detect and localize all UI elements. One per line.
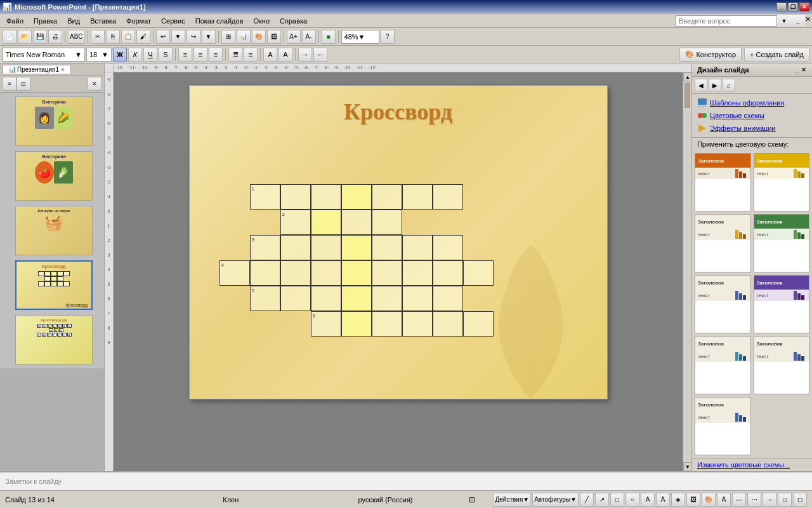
color-button[interactable]: ■	[322, 30, 336, 44]
shadow-style[interactable]: □	[778, 493, 792, 507]
align-right-button[interactable]: ≡	[209, 48, 223, 62]
panel-view-outline[interactable]: ≡	[3, 77, 16, 91]
size-dropdown-icon[interactable]: ▼	[102, 51, 108, 58]
bold-button[interactable]: Ж	[113, 48, 127, 62]
design-header-controls[interactable]: _ ✕	[795, 66, 807, 74]
numbering-button[interactable]: ≡	[244, 48, 258, 62]
format-painter[interactable]: 🖌	[136, 30, 150, 44]
minimize-button[interactable]: _	[776, 3, 787, 11]
zoom-box[interactable]: 48% ▼	[341, 30, 379, 44]
scheme-card-5[interactable]: Заголовок текст	[695, 275, 751, 333]
scroll-thumb[interactable]	[684, 83, 690, 108]
align-left-button[interactable]: ≡	[178, 48, 192, 62]
insert-clipart[interactable]: 🖼	[686, 493, 700, 507]
undo-dropdown[interactable]: ▼	[171, 30, 185, 44]
minimize-panel-button[interactable]: _	[791, 15, 805, 27]
bullets-button[interactable]: ≣	[228, 48, 242, 62]
search-go-button[interactable]: ▼	[777, 15, 791, 27]
presentation-tab[interactable]: 📊 Презентация1 ✕	[3, 65, 71, 74]
font-selector[interactable]: Times New Roman ▼	[3, 48, 85, 62]
templates-link[interactable]: Шаблоны оформления	[697, 97, 807, 109]
align-center-button[interactable]: ≡	[193, 48, 207, 62]
underline-button[interactable]: Ч	[143, 48, 157, 62]
actions-button[interactable]: Действия▼	[493, 493, 531, 507]
wordart-tool[interactable]: A	[656, 493, 670, 507]
spell-button[interactable]: ABC	[68, 30, 85, 44]
scroll-track[interactable]	[683, 81, 691, 462]
zoom-dropdown-icon[interactable]: ▼	[358, 33, 365, 41]
slide-thumb-12[interactable]: Конкурс на паузе 🧺	[15, 206, 93, 255]
scheme-card-7[interactable]: Заголовок текст	[695, 336, 751, 394]
font-color[interactable]: A	[717, 493, 731, 507]
design-back-button[interactable]: ◀	[695, 79, 707, 91]
close-button[interactable]: ✕	[799, 3, 809, 11]
vertical-scrollbar[interactable]: ▲ ▼	[683, 72, 691, 471]
window-controls[interactable]: _ ❐ ✕	[776, 3, 809, 11]
canvas-content[interactable]: Кроссворд 1	[114, 72, 683, 471]
arrow-style[interactable]: →	[763, 493, 776, 507]
restore-button[interactable]: ❐	[788, 3, 798, 11]
panel-close[interactable]: ✕	[88, 77, 102, 91]
font-dropdown-icon[interactable]: ▼	[75, 51, 82, 58]
close-search-button[interactable]: ✕	[805, 15, 811, 27]
increase-indent[interactable]: →	[298, 48, 312, 62]
slide[interactable]: Кроссворд 1	[189, 85, 608, 399]
menu-help[interactable]: Справка	[275, 16, 312, 26]
textbox-tool[interactable]: A	[641, 493, 655, 507]
help-button[interactable]: ?	[381, 30, 395, 44]
menu-slideshow[interactable]: Показ слайдов	[190, 16, 249, 26]
slide-thumb-10[interactable]: Викторина 👩 🌽	[15, 97, 93, 146]
font-size-selector[interactable]: 18 ▼	[86, 48, 112, 62]
print-button[interactable]: 🖨	[48, 30, 62, 44]
open-button[interactable]: 📂	[18, 30, 32, 44]
design-home-button[interactable]: ⌂	[723, 79, 735, 91]
search-input[interactable]	[676, 15, 777, 27]
menu-edit[interactable]: Правка	[29, 16, 62, 26]
insert-chart[interactable]: 📊	[237, 30, 251, 44]
insert-diagram[interactable]: ◈	[671, 493, 685, 507]
insert-clip[interactable]: 🎨	[252, 30, 266, 44]
line-tool[interactable]: ╱	[580, 493, 594, 507]
design-close[interactable]: ✕	[801, 66, 807, 74]
slide-thumb-13[interactable]: Кроссворд	[15, 260, 93, 310]
text-size-inc[interactable]: A+	[287, 30, 301, 44]
rect-tool[interactable]: □	[610, 493, 624, 507]
decrease-indent[interactable]: ←	[313, 48, 327, 62]
text-highlight-button[interactable]: A	[278, 48, 292, 62]
3d-style[interactable]: ◻	[793, 493, 807, 507]
animation-link[interactable]: Эффекты анимации	[697, 122, 807, 135]
insert-picture[interactable]: 🖼	[267, 30, 281, 44]
slide-thumb-11[interactable]: Викторина 🍅 🥬	[15, 151, 93, 201]
scheme-card-2[interactable]: Заголовок текст	[754, 153, 810, 211]
search-box[interactable]: ▼ _ ✕	[676, 15, 811, 27]
menu-insert[interactable]: Вставка	[85, 16, 121, 26]
create-slide-button[interactable]: + Создать слайд	[744, 48, 809, 62]
slide-thumb-14[interactable]: Кроссворд (д) М О Р К О В Ь	[15, 315, 93, 364]
designer-button[interactable]: 🎨 Конструктор	[679, 48, 742, 62]
scheme-card-1[interactable]: Заголовок текст	[695, 153, 751, 211]
scheme-card-6[interactable]: Заголовок текст	[754, 275, 810, 333]
menu-view[interactable]: Вид	[62, 16, 85, 26]
notes-area[interactable]: Заметки к слайду	[0, 471, 812, 490]
cut-button[interactable]: ✂	[91, 30, 105, 44]
menu-service[interactable]: Сервис	[156, 16, 190, 26]
arrow-tool[interactable]: ↗	[595, 493, 609, 507]
scheme-card-4[interactable]: Заголовок текст	[754, 214, 810, 272]
insert-table[interactable]: ⊞	[221, 30, 235, 44]
tab-close-icon[interactable]: ✕	[60, 67, 65, 73]
fill-color[interactable]: 🎨	[702, 493, 716, 507]
redo-button[interactable]: ↪	[187, 30, 200, 44]
line-style[interactable]: —	[732, 493, 746, 507]
scheme-card-9[interactable]: Заголовок текст	[695, 397, 751, 455]
shadow-button[interactable]: S	[159, 48, 173, 62]
undo-button[interactable]: ↩	[156, 30, 170, 44]
paste-button[interactable]: 📋	[121, 30, 135, 44]
text-size-dec[interactable]: A-	[302, 30, 316, 44]
menu-file[interactable]: Файл	[1, 16, 29, 26]
autoshapes-button[interactable]: Автофигуры▼	[532, 493, 579, 507]
scroll-down-button[interactable]: ▼	[683, 462, 691, 471]
text-color-button[interactable]: A	[263, 48, 277, 62]
panel-view-slides[interactable]: ⊡	[16, 77, 30, 91]
scroll-up-button[interactable]: ▲	[683, 72, 691, 81]
scheme-card-8[interactable]: Заголовок текст	[754, 336, 810, 394]
